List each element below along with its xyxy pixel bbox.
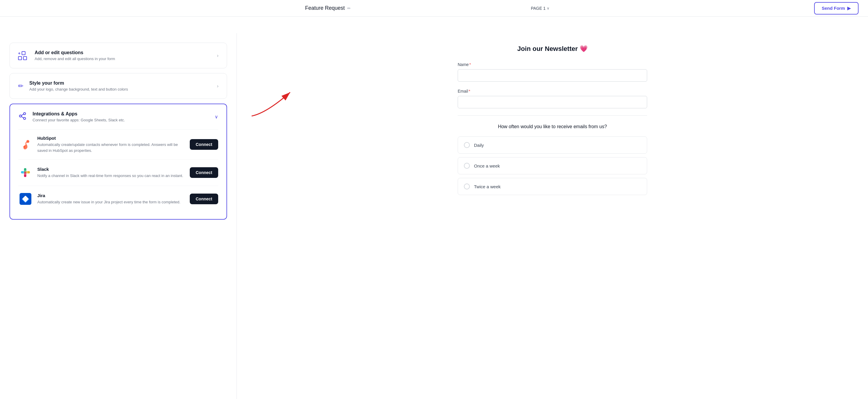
radio-circle-once-week <box>464 163 470 169</box>
name-field-group: Name* <box>458 62 647 82</box>
jira-logo <box>18 192 33 206</box>
frequency-question: How often would you like to receive emai… <box>458 124 647 129</box>
send-form-button[interactable]: Send Form ▶ <box>814 2 859 14</box>
svg-point-7 <box>23 146 25 148</box>
edit-title-icon[interactable]: ✏ <box>347 6 351 11</box>
radio-option-once-week[interactable]: Once a week <box>458 157 647 174</box>
style-desc: Add your logo, change background, text a… <box>29 87 128 91</box>
svg-point-6 <box>27 141 29 142</box>
slack-integration-item: Slack Notify a channel in Slack with rea… <box>18 159 218 186</box>
jira-info: Jira Automatically create new issue in y… <box>37 193 185 205</box>
style-chevron-icon: › <box>217 84 218 89</box>
hubspot-logo <box>18 137 33 152</box>
jira-name: Jira <box>37 193 185 198</box>
add-edit-questions-card[interactable]: + Add or edit questions Add, remove and … <box>9 42 227 68</box>
email-field-group: Email* <box>458 89 647 108</box>
integrations-desc: Connect your favorite apps: Google Sheet… <box>33 118 125 122</box>
left-panel: + Add or edit questions Add, remove and … <box>0 33 237 399</box>
add-edit-chevron-icon: › <box>217 53 218 58</box>
jira-integration-item: Jira Automatically create new issue in y… <box>18 186 218 212</box>
style-icon: ✏ <box>18 82 23 90</box>
add-questions-icon: + <box>18 51 29 60</box>
slack-connect-button[interactable]: Connect <box>190 167 218 178</box>
header-right-actions: Send Form ▶ <box>646 2 859 14</box>
hubspot-name: HubSpot <box>37 135 185 141</box>
hubspot-connect-button[interactable]: Connect <box>190 139 218 150</box>
red-arrow-decoration <box>243 86 308 116</box>
integrations-header-left: Integrations & Apps Connect your favorit… <box>18 111 125 122</box>
integrations-chevron-icon: ∨ <box>215 114 218 120</box>
integrations-info: Integrations & Apps Connect your favorit… <box>33 111 125 122</box>
radio-option-twice-week[interactable]: Twice a week <box>458 178 647 195</box>
radio-label-once-week: Once a week <box>474 163 500 168</box>
app-container: Feature Request ✏️ Feature Request ✏ PAG… <box>0 0 868 399</box>
integrations-icon <box>18 112 27 122</box>
hubspot-info: HubSpot Automatically create/update cont… <box>37 135 185 153</box>
style-title: Style your form <box>29 81 128 86</box>
add-edit-desc: Add, remove and edit all questions in yo… <box>35 57 115 61</box>
jira-connect-button[interactable]: Connect <box>190 193 218 204</box>
integrations-title: Integrations & Apps <box>33 111 125 117</box>
hubspot-desc: Automatically create/update contacts whe… <box>37 142 185 153</box>
page-label: PAGE 1 <box>531 6 546 11</box>
form-preview-title: Join our Newsletter 💗 <box>458 45 647 53</box>
radio-label-twice-week: Twice a week <box>474 184 501 189</box>
integrations-header[interactable]: Integrations & Apps Connect your favorit… <box>18 111 218 122</box>
jira-desc: Automatically create new issue in your J… <box>37 199 185 205</box>
email-input[interactable] <box>458 96 647 108</box>
radio-circle-twice-week <box>464 184 470 189</box>
send-form-label: Send Form <box>822 6 845 11</box>
name-label: Name* <box>458 62 647 67</box>
hubspot-integration-item: HubSpot Automatically create/update cont… <box>18 129 218 159</box>
card-left: + Add or edit questions Add, remove and … <box>18 50 115 61</box>
header-title-area: Feature Request ✏ <box>222 5 434 11</box>
right-panel: Join our Newsletter 💗 Name* Email* How o… <box>237 33 868 399</box>
svg-line-3 <box>21 117 24 118</box>
page-chevron-icon: ∨ <box>547 6 550 10</box>
slack-desc: Notify a channel in Slack with real-time… <box>37 173 185 179</box>
add-edit-info: Add or edit questions Add, remove and ed… <box>35 50 115 61</box>
main-content: + Add or edit questions Add, remove and … <box>0 33 868 399</box>
svg-line-4 <box>21 114 24 116</box>
svg-rect-16 <box>24 172 26 177</box>
style-card-left: ✏ Style your form Add your logo, change … <box>18 81 128 91</box>
radio-circle-daily <box>464 142 470 148</box>
form-preview: Join our Newsletter 💗 Name* Email* How o… <box>458 45 647 195</box>
slack-info: Slack Notify a channel in Slack with rea… <box>37 167 185 179</box>
style-info: Style your form Add your logo, change ba… <box>29 81 128 91</box>
send-icon: ▶ <box>847 6 851 11</box>
style-form-card[interactable]: ✏ Style your form Add your logo, change … <box>9 73 227 99</box>
page-selector[interactable]: PAGE 1 ∨ <box>434 6 646 11</box>
name-input[interactable] <box>458 69 647 82</box>
slack-logo <box>18 165 33 180</box>
integrations-list: HubSpot Automatically create/update cont… <box>18 129 218 212</box>
email-label: Email* <box>458 89 647 94</box>
radio-option-daily[interactable]: Daily <box>458 136 647 154</box>
form-title-header: Feature Request <box>305 5 345 11</box>
add-edit-title: Add or edit questions <box>35 50 115 55</box>
integrations-card: Integrations & Apps Connect your favorit… <box>9 103 227 220</box>
radio-label-daily: Daily <box>474 143 484 148</box>
slack-name: Slack <box>37 167 185 172</box>
